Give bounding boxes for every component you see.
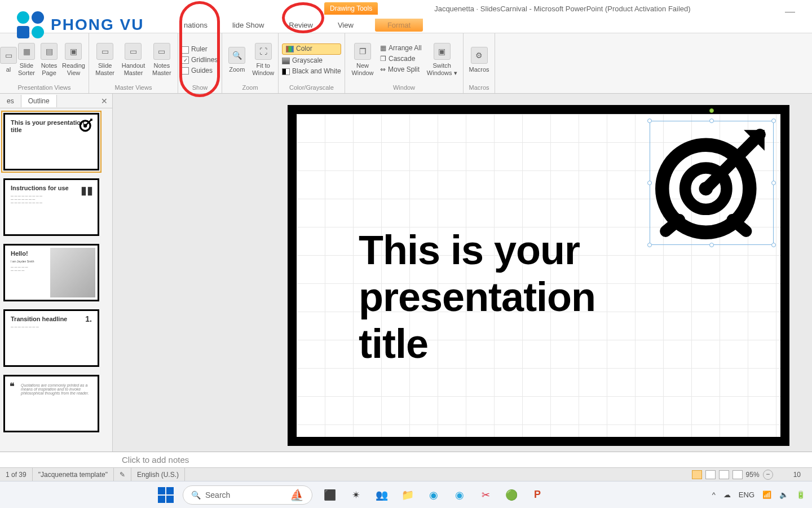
- rotate-handle[interactable]: [709, 108, 714, 113]
- search-icon: 🔍: [191, 491, 201, 500]
- resize-handle[interactable]: [709, 243, 714, 247]
- quote-icon: ❝: [10, 381, 15, 392]
- slide-thumbnail[interactable]: This is your presentation title: [3, 113, 99, 170]
- ruler-checkbox[interactable]: Ruler: [182, 45, 218, 54]
- slides-pane: es Outline ✕ This is your presentation t…: [0, 94, 113, 452]
- close-pane-icon[interactable]: ✕: [101, 97, 108, 106]
- slide-editor[interactable]: This is your presentation title: [113, 94, 812, 452]
- color-mode-button[interactable]: Color: [282, 43, 341, 55]
- notes-page-button[interactable]: ▤Notes Page: [39, 42, 59, 76]
- group-label: Window: [348, 83, 460, 92]
- thumbnail-list[interactable]: This is your presentation title ▮▮ Instr…: [0, 108, 112, 452]
- wifi-icon[interactable]: 📶: [762, 491, 771, 499]
- group-color-grayscale: Color Grayscale Black and White Color/Gr…: [279, 33, 345, 93]
- fit-to-window-button[interactable]: ⛶Fit to Window: [252, 42, 275, 76]
- move-split-button[interactable]: ⇔Move Split: [380, 65, 422, 75]
- group-label: Show: [182, 83, 218, 92]
- status-right-number: 10: [793, 471, 801, 479]
- resize-handle[interactable]: [647, 243, 652, 247]
- notes-master-button[interactable]: ▭Notes Master: [149, 42, 174, 76]
- slide-thumbnail[interactable]: ❝ Quotations are commonly printed as a m…: [3, 375, 99, 432]
- window-title: Jacquenetta · SlidesCarnival - Microsoft…: [434, 5, 690, 13]
- normal-view-icon[interactable]: [692, 470, 702, 479]
- spellcheck-icon[interactable]: ✎: [114, 468, 131, 481]
- minimize-icon[interactable]: —: [785, 6, 795, 17]
- gridlines-checkbox[interactable]: ✓Gridlines: [182, 56, 218, 65]
- macros-button[interactable]: ⚙Macros: [467, 46, 491, 73]
- slide-thumbnail[interactable]: ▮▮ Instructions for use — — — — — — — — …: [3, 178, 99, 236]
- group-label: Macros: [467, 83, 491, 92]
- reading-view-icon[interactable]: [719, 470, 729, 479]
- resize-handle[interactable]: [709, 119, 714, 123]
- language-status[interactable]: English (U.S.): [131, 468, 185, 481]
- system-tray: ^ ☁ ENG 📶 🔈 🔋: [712, 491, 805, 499]
- notes-pane[interactable]: Click to add notes: [0, 452, 812, 467]
- slide-title-text[interactable]: This is your presentation title: [359, 227, 595, 367]
- slide-sorter-button[interactable]: ▦Slide Sorter: [17, 42, 36, 76]
- template-name[interactable]: "Jacquenetta template": [33, 468, 114, 481]
- resize-handle[interactable]: [647, 181, 652, 185]
- zoom-button[interactable]: 🔍Zoom: [226, 46, 249, 73]
- slide-canvas[interactable]: This is your presentation title: [288, 105, 789, 446]
- group-master-views: ▭Slide Master ▭Handout Master ▭Notes Mas…: [89, 33, 178, 93]
- volume-icon[interactable]: 🔈: [779, 491, 788, 499]
- task-view-icon[interactable]: ⬛: [321, 487, 338, 503]
- slide-master-button[interactable]: ▭Slide Master: [92, 42, 117, 76]
- cascade-button[interactable]: ❐Cascade: [380, 55, 422, 64]
- resize-handle[interactable]: [771, 119, 776, 123]
- slideshow-view-icon[interactable]: [732, 470, 743, 479]
- group-zoom: 🔍Zoom ⛶Fit to Window Zoom: [222, 33, 279, 93]
- target-icon: [78, 118, 93, 135]
- resize-handle[interactable]: [771, 181, 776, 185]
- slide-thumbnail[interactable]: 1. Transition headline — — — — — — — —: [3, 309, 99, 367]
- teams-icon[interactable]: 👥: [373, 487, 390, 503]
- pane-tabs: es Outline ✕: [0, 94, 112, 108]
- tab-slideshow[interactable]: lide Show: [229, 19, 267, 32]
- zoom-out-button[interactable]: −: [763, 470, 773, 480]
- resize-handle[interactable]: [647, 119, 652, 123]
- new-window-button[interactable]: ❐New Window: [348, 42, 377, 76]
- cloud-icon[interactable]: ☁: [723, 491, 731, 499]
- battery-icon[interactable]: 🔋: [796, 491, 805, 499]
- panetab-slides[interactable]: es: [0, 95, 21, 107]
- guides-checkbox[interactable]: Guides: [182, 67, 218, 76]
- switch-windows-button[interactable]: ▣Switch Windows ▾: [425, 42, 459, 76]
- chrome-icon[interactable]: 🟢: [503, 487, 520, 503]
- group-macros: ⚙Macros Macros: [464, 33, 495, 93]
- section-number: 1.: [85, 314, 92, 323]
- grayscale-mode-button[interactable]: Grayscale: [282, 56, 341, 65]
- panetab-outline[interactable]: Outline: [21, 95, 57, 107]
- zoom-level[interactable]: 95%: [746, 471, 760, 479]
- edge-icon[interactable]: ◉: [425, 487, 442, 503]
- contextual-tab-drawing-tools[interactable]: Drawing Tools: [324, 2, 378, 15]
- selected-shape-target[interactable]: [650, 121, 774, 245]
- copilot-icon[interactable]: ✴: [347, 487, 364, 503]
- taskbar-search[interactable]: 🔍 Search ⛵: [183, 485, 312, 505]
- resize-handle[interactable]: [771, 243, 776, 247]
- snip-icon[interactable]: ✂: [477, 487, 494, 503]
- bw-mode-button[interactable]: Black and White: [282, 67, 341, 76]
- slide-counter[interactable]: 1 of 39: [0, 468, 33, 481]
- tab-animations[interactable]: nations: [180, 19, 211, 32]
- handout-master-button[interactable]: ▭Handout Master: [121, 42, 145, 76]
- sorter-view-icon[interactable]: [705, 470, 716, 479]
- tab-review[interactable]: Review: [285, 19, 316, 32]
- target-arrow-icon: [654, 125, 769, 240]
- powerpoint-icon[interactable]: P: [529, 487, 546, 503]
- arrange-all-button[interactable]: ▦Arrange All: [380, 44, 422, 53]
- tray-expand-icon[interactable]: ^: [712, 491, 716, 499]
- tab-format[interactable]: Format: [375, 19, 423, 32]
- slide-thumbnail[interactable]: Hello! I am Jayden Smith — — — — —— — — …: [3, 244, 99, 301]
- group-show: Ruler ✓Gridlines Guides Show: [178, 33, 222, 93]
- normal-view-button[interactable]: ▭al: [3, 46, 14, 73]
- search-deco-icon: ⛵: [290, 488, 304, 502]
- edge-icon-2[interactable]: ◉: [451, 487, 468, 503]
- notes-placeholder: Click to add notes: [122, 455, 189, 465]
- start-button[interactable]: [158, 487, 174, 503]
- language-indicator[interactable]: ENG: [739, 491, 754, 499]
- reading-view-button[interactable]: ▣Reading View: [62, 42, 85, 76]
- tab-view[interactable]: View: [334, 19, 357, 32]
- explorer-icon[interactable]: 📁: [399, 487, 416, 503]
- book-icon: ▮▮: [81, 183, 93, 197]
- logo-text: PHONG VU: [51, 16, 144, 34]
